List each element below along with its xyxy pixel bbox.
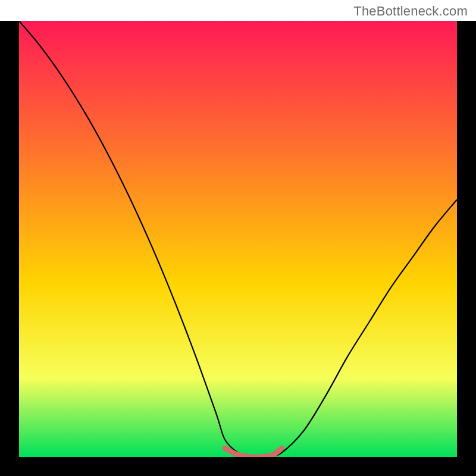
chart-svg — [0, 0, 476, 476]
attribution-text: TheBottleneck.com — [353, 4, 468, 19]
chart-container: TheBottleneck.com — [0, 0, 476, 476]
plot-background — [19, 21, 457, 457]
